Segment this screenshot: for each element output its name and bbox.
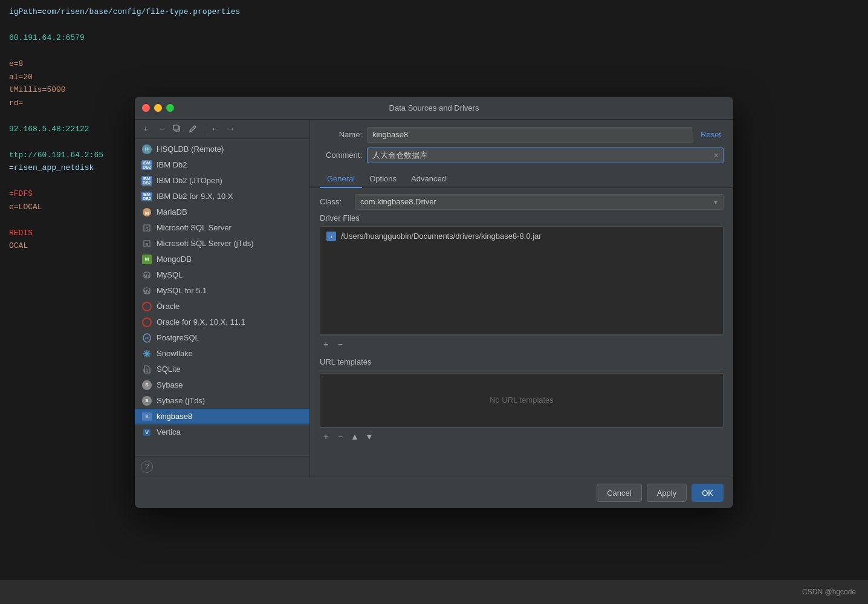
list-item[interactable]: S Sybase (jTds) <box>135 393 309 409</box>
navigate-back-button[interactable]: ← <box>208 122 222 136</box>
list-item[interactable]: S Microsoft SQL Server (jTds) <box>135 236 309 252</box>
driver-name: SQLite <box>157 365 181 374</box>
list-item[interactable]: IBMDB2 IBM Db2 (JTOpen) <box>135 173 309 189</box>
driver-name: MySQL for 5.1 <box>157 286 207 295</box>
driver-name: kingbase8 <box>157 412 192 421</box>
jar-file-icon: J <box>326 232 336 241</box>
list-item[interactable]: S Microsoft SQL Server <box>135 220 309 236</box>
list-item[interactable]: Oracle for 9.X, 10.X, 11.1 <box>135 314 309 330</box>
list-item[interactable]: V Vertica <box>135 424 309 440</box>
clear-comment-button[interactable]: × <box>711 151 721 160</box>
url-templates-label: URL templates <box>320 357 724 369</box>
driver-file-path: /Users/huangguobin/Documents/drivers/kin… <box>341 232 542 241</box>
add-url-template-button[interactable]: + <box>320 430 332 443</box>
list-item[interactable]: IBMDB2 IBM Db2 for 9.X, 10.X <box>135 189 309 204</box>
list-item[interactable]: H HSQLDB (Remote) <box>135 141 309 157</box>
driver-name: Snowflake <box>157 349 193 358</box>
minimize-button[interactable] <box>154 104 162 112</box>
list-item[interactable]: IBMDB2 IBM Db2 <box>135 157 309 173</box>
tab-options[interactable]: Options <box>362 170 404 188</box>
vertica-icon: V <box>142 427 152 437</box>
dialog-window: Data Sources and Drivers + − <box>135 97 733 508</box>
driver-name: MariaDB <box>157 207 187 216</box>
tab-general[interactable]: General <box>320 170 362 188</box>
driver-files-toolbar: + − <box>320 335 724 352</box>
remove-driver-button[interactable]: − <box>154 122 169 136</box>
help-button[interactable]: ? <box>141 461 153 473</box>
driver-files-area: J /Users/huangguobin/Documents/drivers/k… <box>320 226 724 335</box>
driver-name: IBM Db2 <box>157 160 187 169</box>
apply-button[interactable]: Apply <box>647 484 687 502</box>
move-url-up-button[interactable]: ▲ <box>349 430 361 443</box>
mysql-51-icon: MY <box>142 286 152 296</box>
url-templates-area: No URL templates <box>320 373 724 427</box>
tab-general-content: Class: com.kingbase8.Driver ▼ Driver Fil… <box>310 188 733 478</box>
list-item[interactable]: M MongoDB <box>135 252 309 267</box>
ok-button[interactable]: OK <box>691 484 724 502</box>
driver-name: Oracle <box>157 302 180 311</box>
driver-files-label: Driver Files <box>320 213 724 222</box>
copy-driver-button[interactable] <box>170 122 184 136</box>
driver-name: PostgreSQL <box>157 333 199 342</box>
list-item[interactable]: Snowflake <box>135 346 309 362</box>
driver-name: IBM Db2 (JTOpen) <box>157 176 222 185</box>
sybase-jtds-icon: S <box>142 396 152 406</box>
driver-name: Oracle for 9.X, 10.X, 11.1 <box>157 317 245 326</box>
left-bottom: ? <box>135 456 309 478</box>
list-item[interactable]: Oracle <box>135 299 309 314</box>
sybase-icon: S <box>142 380 152 390</box>
url-toolbar: + − ▲ ▼ <box>320 427 724 445</box>
list-item[interactable]: P PostgreSQL <box>135 330 309 346</box>
tabs: General Options Advanced <box>310 170 733 188</box>
oracle-icon <box>142 302 152 311</box>
driver-name: Vertica <box>157 427 181 437</box>
url-templates-section: URL templates No URL templates + − ▲ ▼ <box>320 357 724 445</box>
no-templates-text: No URL templates <box>490 395 554 404</box>
driver-icon: IBMDB2 <box>142 176 152 186</box>
reset-button[interactable]: Reset <box>698 129 724 140</box>
remove-url-template-button[interactable]: − <box>334 430 346 443</box>
right-header: Name: Reset Comment: × <box>310 120 733 168</box>
add-file-button[interactable]: + <box>320 338 332 350</box>
add-driver-button[interactable]: + <box>138 122 153 136</box>
oracle-9x-icon <box>142 317 152 327</box>
tab-advanced[interactable]: Advanced <box>404 170 453 188</box>
svg-text:MY: MY <box>144 274 151 278</box>
list-item[interactable]: S Sybase <box>135 377 309 393</box>
svg-text:MY: MY <box>144 290 151 294</box>
edit-driver-button[interactable] <box>186 122 200 136</box>
svg-text:S: S <box>145 242 149 247</box>
list-item-kingbase8[interactable]: K kingbase8 <box>135 409 309 424</box>
list-item[interactable]: SQL SQLite <box>135 362 309 377</box>
kingbase-icon: K <box>142 412 152 421</box>
left-toolbar: + − ← → <box>135 120 309 139</box>
maximize-button[interactable] <box>166 104 174 112</box>
driver-icon: IBMDB2 <box>142 160 152 170</box>
remove-file-button[interactable]: − <box>334 338 346 350</box>
toolbar-separator <box>204 124 204 134</box>
class-label: Class: <box>320 197 350 206</box>
move-url-down-button[interactable]: ▼ <box>363 430 375 443</box>
driver-file-item[interactable]: J /Users/huangguobin/Documents/drivers/k… <box>320 229 723 244</box>
cancel-button[interactable]: Cancel <box>597 484 641 502</box>
svg-text:M: M <box>145 210 149 216</box>
class-select[interactable]: com.kingbase8.Driver <box>355 194 724 210</box>
driver-list: H HSQLDB (Remote) IBMDB2 IBM Db2 <box>135 139 309 456</box>
navigate-forward-button[interactable]: → <box>224 122 238 136</box>
dialog-title: Data Sources and Drivers <box>389 103 479 112</box>
close-button[interactable] <box>142 104 150 112</box>
driver-name: HSQLDB (Remote) <box>157 145 224 154</box>
driver-name: Microsoft SQL Server <box>157 223 232 232</box>
list-item[interactable]: MY MySQL <box>135 267 309 283</box>
comment-input[interactable] <box>367 148 724 163</box>
list-item[interactable]: MY MySQL for 5.1 <box>135 283 309 299</box>
snowflake-icon <box>142 349 152 359</box>
sqlite-icon: SQL <box>142 365 152 374</box>
name-input[interactable] <box>367 127 693 143</box>
list-item[interactable]: M MariaDB <box>135 204 309 220</box>
driver-name: Sybase <box>157 380 183 389</box>
traffic-lights <box>142 104 174 112</box>
comment-label: Comment: <box>320 151 362 160</box>
svg-text:P: P <box>145 336 149 342</box>
driver-name: IBM Db2 for 9.X, 10.X <box>157 192 233 201</box>
